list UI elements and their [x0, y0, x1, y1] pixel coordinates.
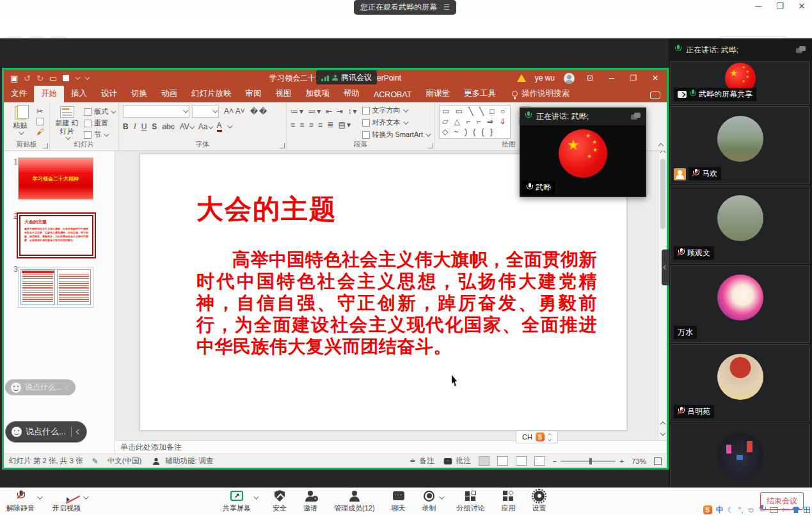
invite-button[interactable]: + 邀请 [303, 490, 317, 513]
notes-toggle[interactable]: ≐备注 [410, 456, 434, 466]
close-icon[interactable]: ✕ [794, 1, 809, 11]
share-screen-button[interactable]: ↗ 共享屏幕 [223, 490, 251, 513]
accessibility-status[interactable]: 辅助功能: 调查 [150, 456, 213, 466]
ppt-minimize-icon[interactable]: ─ [605, 74, 618, 83]
layout-button[interactable]: 版式 [84, 107, 115, 116]
char-spacing-button[interactable]: AV [180, 122, 193, 131]
manage-members-button[interactable]: 管理成员(12) [334, 490, 375, 513]
tell-me-search[interactable]: 操作说明搜索 [512, 88, 569, 102]
notes-pane[interactable]: 单击此处添加备注 [115, 440, 667, 454]
emoji-icon[interactable] [11, 383, 21, 393]
font-size-combobox[interactable] [192, 105, 219, 118]
sidebar-collapse-handle[interactable] [662, 250, 669, 285]
tab-transitions[interactable]: 切换 [124, 86, 154, 102]
scroll-up-icon[interactable] [660, 151, 665, 155]
slide-scrollbar[interactable] [658, 151, 667, 440]
alignment-icons[interactable]: ≡ ≡ ≡ ≡ ≣ ▤▾ [291, 120, 358, 129]
paste-button[interactable]: 粘贴 [8, 105, 33, 135]
zoom-out-icon[interactable]: − [553, 457, 557, 465]
ime-voice-icon[interactable] [759, 505, 766, 515]
chevron-down-icon[interactable] [76, 74, 81, 79]
start-video-button[interactable]: 开启视频 [52, 490, 81, 513]
zoom-slider[interactable] [561, 461, 616, 462]
strikethrough-button[interactable]: abc [162, 122, 174, 131]
tab-slideshow[interactable]: 幻灯片放映 [184, 86, 239, 102]
redo-icon[interactable]: ↻ [36, 74, 44, 83]
zoom-slider-thumb[interactable] [589, 458, 592, 464]
mic-options-icon[interactable] [37, 494, 42, 499]
sogou-icon[interactable]: S [703, 505, 712, 514]
ime-moon-icon[interactable]: ☾ [728, 506, 735, 514]
ime-clip-icon[interactable]: ✄ [782, 506, 788, 514]
font-grow-shrink[interactable]: A˄ A˅ [224, 107, 245, 116]
save-icon[interactable]: ▣ [10, 74, 18, 83]
reset-button[interactable]: 重置 [84, 118, 115, 128]
slideshow-view-icon[interactable] [534, 456, 545, 466]
watching-banner[interactable]: 您正在观看武晔的屏幕 ☰ [354, 0, 456, 15]
emoji-icon[interactable] [12, 427, 22, 437]
font-color-button[interactable]: A [217, 121, 222, 132]
spellcheck-icon[interactable]: ✎ [92, 457, 99, 466]
slideshow-icon[interactable]: ▭ [49, 74, 57, 83]
shapes-gallery[interactable]: ▭ ▭ ╲ ╲ □ ○ ▱ △ ⌐ ⌐ ⇒ ⇓ ◇ ~ ) ( { } [439, 105, 511, 139]
ppt-close-icon[interactable]: ✕ [649, 74, 662, 83]
slide-thumbnail-2[interactable]: 大会的主题 高举中国特色社会主义伟大旗帜，全面贯彻新时代中国特色社会主义思想，弘… [17, 212, 96, 258]
scrollbar-thumb[interactable] [660, 159, 665, 229]
text-direction-button[interactable]: 文字方向 [362, 106, 429, 115]
video-tile-participant[interactable] [670, 424, 810, 487]
unmute-button[interactable]: 解除静音 [6, 490, 35, 513]
chat-input-bubble[interactable]: 说点什么... [5, 421, 87, 443]
new-slide-button[interactable]: 新建 幻灯片 [54, 105, 80, 140]
tab-file[interactable]: 文件 [4, 86, 34, 102]
ime-chinese-icon[interactable]: 中 [716, 506, 724, 514]
collapse-chat-icon[interactable] [76, 429, 81, 434]
menu-icon[interactable]: ☰ [443, 3, 450, 12]
chat-quick-bubble[interactable]: 说点什么... [5, 379, 76, 395]
security-button[interactable]: 安全 [273, 490, 287, 513]
ribbon-display-options-icon[interactable]: ⊡ [584, 74, 596, 83]
restore-icon[interactable]: ❐ [772, 1, 788, 11]
slide-thumbnail-3[interactable] [18, 267, 93, 308]
tab-more-tools[interactable]: 更多工具 [457, 86, 503, 102]
bold-button[interactable]: B [123, 122, 129, 131]
paragraph-dialog-launcher[interactable] [428, 143, 433, 148]
tab-view[interactable]: 视图 [269, 86, 299, 102]
tab-yuketang[interactable]: 雨课堂 [419, 86, 458, 102]
ppt-restore-icon[interactable]: ❐ [627, 74, 640, 83]
italic-button[interactable]: I [134, 122, 136, 131]
slide-sorter-icon[interactable] [497, 456, 508, 466]
breakout-rooms-button[interactable]: 分组讨论 [457, 490, 485, 513]
shadow-button[interactable]: S [152, 122, 157, 131]
normal-view-icon[interactable] [479, 456, 490, 466]
ime-punctuation-icon[interactable]: °, [738, 506, 744, 514]
ime-toolbox-icon[interactable] [804, 507, 810, 513]
video-options-icon[interactable] [83, 494, 88, 499]
previous-slide-icon[interactable] [660, 422, 665, 427]
settings-button[interactable]: 设置 [532, 490, 546, 513]
language-indicator[interactable]: 中文(中国) [107, 456, 142, 466]
underline-button[interactable]: U [141, 122, 147, 131]
video-tile-participant[interactable]: 马欢 [670, 106, 810, 184]
section-button[interactable]: 节 [84, 130, 115, 139]
minimize-icon[interactable]: ─ [751, 1, 766, 11]
video-tile-participant[interactable]: 万水 [670, 265, 810, 343]
video-tile-screen-share[interactable]: ★ ★ ★ ★ ★ 武晔的屏幕共享 [670, 61, 810, 105]
video-tile-participant[interactable]: 吕明苑 [670, 344, 810, 422]
tencent-meeting-overlay[interactable]: 腾讯会议 [316, 70, 377, 84]
ime-language-bar[interactable]: CH S [516, 431, 558, 443]
format-painter-icon[interactable]: 🖌 [36, 127, 45, 136]
slide-thumbnail-1[interactable]: 学习领会二十大精神 [18, 157, 93, 200]
video-tile-participant[interactable]: 顾观文 [670, 186, 810, 264]
qat-customize-icon[interactable] [85, 74, 90, 79]
floating-speaker-video[interactable]: 正在讲话: 武晔; ★ ★ ★ ★ ★ 武晔 [520, 107, 646, 197]
clear-format-icon[interactable]: �� [250, 107, 269, 116]
tab-review[interactable]: 审阅 [239, 86, 269, 102]
copy-icon[interactable] [36, 118, 44, 125]
list-indent-spacing-icons[interactable]: ≔▾ ≕▾ ⇤ ⇥ ↕▾ [291, 107, 358, 116]
record-options-icon[interactable] [439, 494, 444, 499]
apps-button[interactable]: 应用 [502, 490, 516, 513]
tab-addins[interactable]: 加载项 [299, 86, 337, 102]
collapse-ribbon-icon[interactable] [658, 143, 664, 148]
zoom-in-icon[interactable]: + [619, 457, 624, 465]
ime-keyboard-icon[interactable] [770, 507, 778, 513]
